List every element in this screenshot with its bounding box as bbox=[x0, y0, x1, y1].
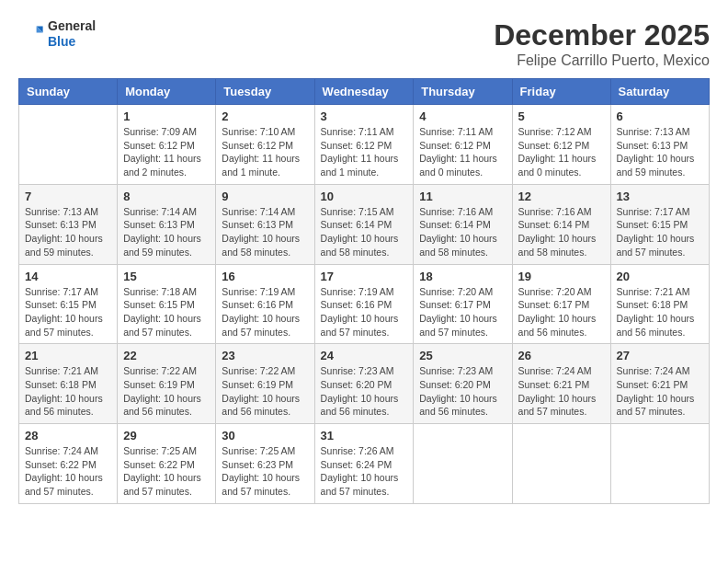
calendar-week-row: 21Sunrise: 7:21 AMSunset: 6:18 PMDayligh… bbox=[19, 344, 710, 424]
day-info: Sunrise: 7:24 AMSunset: 6:22 PMDaylight:… bbox=[25, 444, 111, 499]
logo: General Blue bbox=[18, 18, 96, 50]
day-info: Sunrise: 7:14 AMSunset: 6:13 PMDaylight:… bbox=[123, 205, 210, 259]
day-number: 15 bbox=[123, 270, 210, 283]
calendar-cell: 8Sunrise: 7:14 AMSunset: 6:13 PMDaylight… bbox=[118, 184, 216, 264]
calendar-cell: 7Sunrise: 7:13 AMSunset: 6:13 PMDaylight… bbox=[19, 184, 118, 264]
day-number: 20 bbox=[617, 270, 703, 283]
day-number: 27 bbox=[617, 349, 703, 362]
calendar-cell: 26Sunrise: 7:24 AMSunset: 6:21 PMDayligh… bbox=[512, 344, 610, 424]
day-number: 3 bbox=[321, 109, 408, 123]
day-info: Sunrise: 7:24 AMSunset: 6:21 PMDaylight:… bbox=[617, 364, 703, 419]
calendar-cell bbox=[610, 424, 709, 504]
calendar-week-row: 14Sunrise: 7:17 AMSunset: 6:15 PMDayligh… bbox=[19, 264, 710, 344]
calendar-table: SundayMondayTuesdayWednesdayThursdayFrid… bbox=[18, 78, 710, 504]
calendar-cell: 17Sunrise: 7:19 AMSunset: 6:16 PMDayligh… bbox=[314, 264, 414, 344]
header-tuesday: Tuesday bbox=[216, 79, 314, 105]
day-number: 28 bbox=[25, 429, 111, 442]
day-number: 5 bbox=[518, 109, 605, 123]
day-number: 6 bbox=[617, 109, 703, 123]
calendar-week-row: 7Sunrise: 7:13 AMSunset: 6:13 PMDaylight… bbox=[19, 184, 710, 264]
calendar-cell: 24Sunrise: 7:23 AMSunset: 6:20 PMDayligh… bbox=[314, 344, 414, 424]
logo-icon bbox=[18, 21, 44, 47]
calendar-cell: 31Sunrise: 7:26 AMSunset: 6:24 PMDayligh… bbox=[314, 424, 414, 504]
logo-text: General Blue bbox=[48, 18, 96, 50]
calendar-header-row: SundayMondayTuesdayWednesdayThursdayFrid… bbox=[19, 79, 710, 105]
day-info: Sunrise: 7:11 AMSunset: 6:12 PMDaylight:… bbox=[419, 125, 506, 179]
calendar-cell: 3Sunrise: 7:11 AMSunset: 6:12 PMDaylight… bbox=[314, 105, 414, 185]
calendar-cell: 15Sunrise: 7:18 AMSunset: 6:15 PMDayligh… bbox=[118, 264, 216, 344]
header-wednesday: Wednesday bbox=[314, 79, 414, 105]
day-number: 17 bbox=[321, 270, 408, 283]
day-number: 16 bbox=[222, 270, 308, 283]
day-info: Sunrise: 7:17 AMSunset: 6:15 PMDaylight:… bbox=[25, 285, 111, 339]
day-info: Sunrise: 7:24 AMSunset: 6:21 PMDaylight:… bbox=[518, 364, 605, 419]
day-number: 11 bbox=[419, 190, 506, 203]
calendar-cell: 14Sunrise: 7:17 AMSunset: 6:15 PMDayligh… bbox=[19, 264, 118, 344]
day-number: 19 bbox=[518, 270, 605, 283]
day-number: 23 bbox=[222, 349, 308, 362]
day-info: Sunrise: 7:23 AMSunset: 6:20 PMDaylight:… bbox=[419, 364, 506, 419]
day-number: 26 bbox=[518, 349, 605, 362]
calendar-cell bbox=[19, 105, 118, 185]
calendar-cell: 13Sunrise: 7:17 AMSunset: 6:15 PMDayligh… bbox=[610, 184, 709, 264]
day-number: 30 bbox=[222, 429, 308, 442]
calendar-cell: 23Sunrise: 7:22 AMSunset: 6:19 PMDayligh… bbox=[216, 344, 314, 424]
header: General Blue December 2025 Felipe Carril… bbox=[18, 18, 710, 69]
day-number: 12 bbox=[518, 190, 605, 203]
day-info: Sunrise: 7:22 AMSunset: 6:19 PMDaylight:… bbox=[123, 364, 210, 419]
header-monday: Monday bbox=[118, 79, 216, 105]
calendar-cell: 11Sunrise: 7:16 AMSunset: 6:14 PMDayligh… bbox=[414, 184, 512, 264]
location-subtitle: Felipe Carrillo Puerto, Mexico bbox=[494, 52, 710, 69]
header-sunday: Sunday bbox=[19, 79, 118, 105]
day-number: 8 bbox=[123, 190, 210, 203]
calendar-cell: 29Sunrise: 7:25 AMSunset: 6:22 PMDayligh… bbox=[118, 424, 216, 504]
calendar-cell: 22Sunrise: 7:22 AMSunset: 6:19 PMDayligh… bbox=[118, 344, 216, 424]
calendar-cell bbox=[414, 424, 512, 504]
day-info: Sunrise: 7:21 AMSunset: 6:18 PMDaylight:… bbox=[25, 364, 111, 419]
day-number: 14 bbox=[25, 270, 111, 283]
calendar-cell: 18Sunrise: 7:20 AMSunset: 6:17 PMDayligh… bbox=[414, 264, 512, 344]
calendar-cell: 16Sunrise: 7:19 AMSunset: 6:16 PMDayligh… bbox=[216, 264, 314, 344]
logo-blue: Blue bbox=[48, 34, 75, 49]
day-info: Sunrise: 7:19 AMSunset: 6:16 PMDaylight:… bbox=[321, 285, 408, 339]
header-friday: Friday bbox=[512, 79, 610, 105]
calendar-cell: 25Sunrise: 7:23 AMSunset: 6:20 PMDayligh… bbox=[414, 344, 512, 424]
day-number: 2 bbox=[222, 109, 308, 123]
day-info: Sunrise: 7:25 AMSunset: 6:23 PMDaylight:… bbox=[222, 444, 308, 499]
day-info: Sunrise: 7:15 AMSunset: 6:14 PMDaylight:… bbox=[321, 205, 408, 259]
calendar-cell: 1Sunrise: 7:09 AMSunset: 6:12 PMDaylight… bbox=[118, 105, 216, 185]
day-info: Sunrise: 7:20 AMSunset: 6:17 PMDaylight:… bbox=[518, 285, 605, 339]
day-info: Sunrise: 7:16 AMSunset: 6:14 PMDaylight:… bbox=[518, 205, 605, 259]
day-number: 13 bbox=[617, 190, 703, 203]
calendar-cell: 5Sunrise: 7:12 AMSunset: 6:12 PMDaylight… bbox=[512, 105, 610, 185]
day-number: 7 bbox=[25, 190, 111, 203]
day-number: 4 bbox=[419, 109, 506, 123]
calendar-cell: 2Sunrise: 7:10 AMSunset: 6:12 PMDaylight… bbox=[216, 105, 314, 185]
calendar-week-row: 1Sunrise: 7:09 AMSunset: 6:12 PMDaylight… bbox=[19, 105, 710, 185]
day-number: 18 bbox=[419, 270, 506, 283]
day-info: Sunrise: 7:17 AMSunset: 6:15 PMDaylight:… bbox=[617, 205, 703, 259]
day-info: Sunrise: 7:14 AMSunset: 6:13 PMDaylight:… bbox=[222, 205, 308, 259]
day-info: Sunrise: 7:20 AMSunset: 6:17 PMDaylight:… bbox=[419, 285, 506, 339]
calendar-cell: 12Sunrise: 7:16 AMSunset: 6:14 PMDayligh… bbox=[512, 184, 610, 264]
calendar-cell: 20Sunrise: 7:21 AMSunset: 6:18 PMDayligh… bbox=[610, 264, 709, 344]
day-info: Sunrise: 7:09 AMSunset: 6:12 PMDaylight:… bbox=[123, 125, 210, 179]
day-info: Sunrise: 7:10 AMSunset: 6:12 PMDaylight:… bbox=[222, 125, 308, 179]
day-number: 10 bbox=[321, 190, 408, 203]
day-number: 22 bbox=[123, 349, 210, 362]
calendar-cell bbox=[512, 424, 610, 504]
calendar-week-row: 28Sunrise: 7:24 AMSunset: 6:22 PMDayligh… bbox=[19, 424, 710, 504]
day-number: 1 bbox=[123, 109, 210, 123]
calendar-cell: 9Sunrise: 7:14 AMSunset: 6:13 PMDaylight… bbox=[216, 184, 314, 264]
day-info: Sunrise: 7:18 AMSunset: 6:15 PMDaylight:… bbox=[123, 285, 210, 339]
calendar-cell: 30Sunrise: 7:25 AMSunset: 6:23 PMDayligh… bbox=[216, 424, 314, 504]
day-number: 29 bbox=[123, 429, 210, 442]
day-number: 25 bbox=[419, 349, 506, 362]
calendar-cell: 21Sunrise: 7:21 AMSunset: 6:18 PMDayligh… bbox=[19, 344, 118, 424]
calendar-cell: 4Sunrise: 7:11 AMSunset: 6:12 PMDaylight… bbox=[414, 105, 512, 185]
calendar-cell: 6Sunrise: 7:13 AMSunset: 6:13 PMDaylight… bbox=[610, 105, 709, 185]
logo-general: General bbox=[48, 18, 96, 33]
title-area: December 2025 Felipe Carrillo Puerto, Me… bbox=[494, 18, 710, 69]
day-number: 21 bbox=[25, 349, 111, 362]
day-info: Sunrise: 7:13 AMSunset: 6:13 PMDaylight:… bbox=[617, 125, 703, 179]
